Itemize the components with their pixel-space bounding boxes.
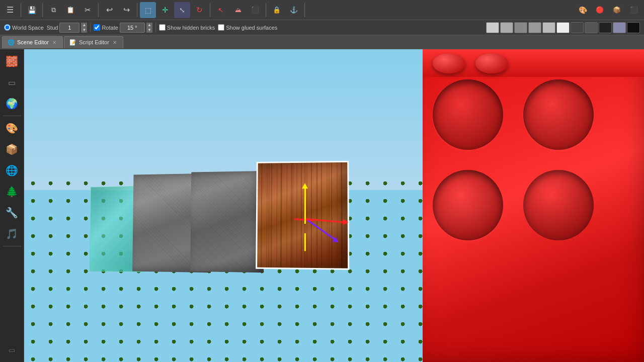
show-hidden-checkbox[interactable] — [159, 24, 166, 31]
tab-script-editor[interactable]: 📝 Script Editor ✕ — [64, 36, 123, 48]
terrain-icon: ⛰ — [235, 6, 242, 14]
sidebar-sep1 — [3, 116, 21, 116]
sidebar-item-bottom[interactable]: ▭ — [2, 340, 22, 360]
sidebar-item-parts[interactable]: 🧱 — [2, 51, 22, 71]
cut-button[interactable]: ✂ — [79, 2, 96, 18]
separator-2 — [42, 3, 43, 17]
move-icon: ✛ — [162, 6, 169, 15]
swatch-gray3[interactable] — [528, 22, 541, 33]
swatch-white[interactable] — [556, 22, 570, 33]
script-editor-label: Script Editor — [79, 39, 109, 45]
material-button[interactable]: 🔴 — [592, 2, 608, 18]
tab-scene-editor[interactable]: 🌐 Scene Editor ✕ — [2, 36, 63, 48]
materials-icon: 📦 — [6, 143, 18, 155]
script-editor-close[interactable]: ✕ — [112, 39, 118, 45]
sidebar-item-materials[interactable]: 📦 — [2, 139, 22, 159]
rotate-control: Rotate ▲ ▼ — [94, 23, 152, 33]
forest-icon: 🌲 — [6, 186, 18, 198]
rotate-input[interactable] — [120, 23, 145, 33]
fill-icon: ⬛ — [630, 6, 638, 14]
swatch-gray2[interactable] — [514, 22, 527, 33]
sidebar-item-globe[interactable]: 🌐 — [2, 160, 22, 180]
material-icon: 🔴 — [596, 6, 604, 14]
globe-icon: 🌐 — [6, 164, 18, 176]
menu-button[interactable]: ☰ — [2, 2, 18, 18]
sidebar-item-tools[interactable]: 🔧 — [2, 203, 22, 223]
save-icon: 💾 — [28, 6, 36, 14]
left-sidebar: 🧱 ▭ 🌍 🎨 📦 🌐 🌲 🔧 🎵 ▭ — [0, 49, 24, 362]
script-editor-icon: 📝 — [69, 39, 76, 46]
red-circle-1 — [433, 79, 503, 150]
viewport[interactable] — [24, 49, 644, 362]
fill-button[interactable]: ⬛ — [626, 2, 642, 18]
scale-tool-button[interactable]: ⤡ — [174, 2, 190, 18]
swatch-lightgray[interactable] — [486, 22, 499, 33]
save-button[interactable]: 💾 — [24, 2, 40, 18]
show-glued-label[interactable]: Show glued surfaces — [218, 24, 277, 31]
world-icon: 🌍 — [6, 98, 18, 110]
swatch-bluegray[interactable] — [613, 22, 626, 33]
show-hidden-text: Show hidden bricks — [167, 25, 215, 31]
sidebar-item-music[interactable]: 🎵 — [2, 224, 22, 244]
stud-decrement[interactable]: ▼ — [81, 28, 87, 33]
redo-icon: ↪ — [123, 5, 130, 15]
sidebar-item-world[interactable]: 🌍 — [2, 94, 22, 114]
hamburger-icon: ☰ — [7, 5, 14, 15]
swatch-dark1[interactable] — [571, 22, 584, 33]
rotate-decrement[interactable]: ▼ — [146, 28, 152, 33]
pointer-button[interactable]: ↖ — [213, 2, 229, 18]
terrain-button[interactable]: ⛰ — [230, 2, 246, 18]
swatch-dark2[interactable] — [585, 22, 598, 33]
world-space-text: World Space — [12, 25, 44, 31]
sidebar-item-forest[interactable]: 🌲 — [2, 182, 22, 202]
copy-button[interactable]: ⧉ — [45, 2, 61, 18]
color-swatches-row — [486, 22, 640, 33]
separator-4 — [137, 3, 137, 17]
main-toolbar: ☰ 💾 ⧉ 📋 ✂ ↩ ↪ ⬚ ✛ ⤡ ↻ ↖ ⛰ — [0, 0, 644, 20]
texture-button[interactable]: 📦 — [609, 2, 625, 18]
anchor-button[interactable]: ⚓ — [286, 2, 302, 18]
swatch-dark3[interactable] — [599, 22, 612, 33]
lock-button[interactable]: 🔒 — [269, 2, 285, 18]
rotate-increment[interactable]: ▲ — [146, 23, 152, 28]
colors-icon: 🎨 — [6, 122, 18, 134]
parts-icon: 🧱 — [6, 55, 18, 67]
sidebar-item-colors[interactable]: 🎨 — [2, 118, 22, 138]
color-palette-button[interactable]: 🎨 — [575, 2, 591, 18]
select-tool-button[interactable]: ⬚ — [140, 2, 156, 18]
select-icon: ⬚ — [145, 6, 151, 14]
swatch-gray4[interactable] — [542, 22, 555, 33]
show-glued-checkbox[interactable] — [218, 24, 224, 31]
red-circle-4 — [523, 170, 594, 240]
stud-1 — [433, 53, 465, 73]
tb2-sep2 — [155, 23, 156, 33]
separator-7 — [304, 3, 305, 17]
texture-icon: 📦 — [613, 6, 621, 14]
rotate-checkbox[interactable] — [94, 24, 100, 31]
swatch-gray1[interactable] — [500, 22, 513, 33]
scene-editor-icon: 🌐 — [8, 39, 15, 46]
redo-button[interactable]: ↪ — [118, 2, 134, 18]
sidebar-sep2 — [3, 246, 21, 246]
show-glued-text: Show glued surfaces — [226, 25, 277, 31]
scene-editor-close[interactable]: ✕ — [51, 39, 57, 45]
undo-icon: ↩ — [106, 5, 113, 15]
sidebar-item-terrain[interactable]: ▭ — [2, 72, 22, 93]
stud-increment[interactable]: ▲ — [81, 23, 87, 28]
show-hidden-label[interactable]: Show hidden bricks — [159, 24, 215, 31]
world-space-label[interactable]: World Space — [4, 24, 44, 31]
separator-3 — [98, 3, 99, 17]
undo-button[interactable]: ↩ — [101, 2, 117, 18]
move-tool-button[interactable]: ✛ — [157, 2, 173, 18]
region-button[interactable]: ⬛ — [247, 2, 263, 18]
bricks-container — [24, 49, 644, 362]
rotate-label: Rotate — [102, 25, 118, 31]
paste-button[interactable]: 📋 — [62, 2, 78, 18]
world-space-radio[interactable] — [4, 24, 11, 31]
swatch-black[interactable] — [627, 22, 640, 33]
brick-wood-selected[interactable] — [256, 161, 349, 270]
separator-5 — [210, 3, 210, 17]
rotate-tool-button[interactable]: ↻ — [191, 2, 207, 18]
lock-icon: 🔒 — [273, 6, 281, 14]
stud-input[interactable] — [59, 23, 79, 33]
